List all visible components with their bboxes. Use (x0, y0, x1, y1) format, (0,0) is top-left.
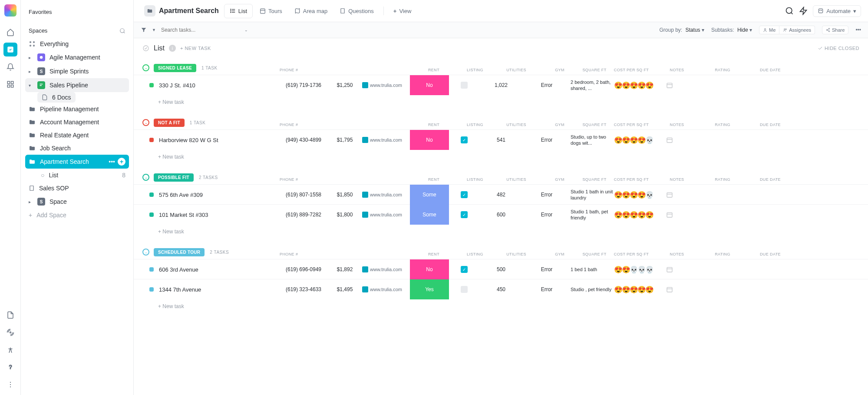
share-button[interactable]: Share (822, 26, 848, 34)
more-icon[interactable]: ••• (855, 27, 861, 33)
task-row[interactable]: 606 3rd Avenue (619) 696-0949 $1,892 www… (134, 259, 868, 279)
app-logo[interactable] (4, 4, 17, 17)
pulse-icon[interactable] (3, 325, 17, 339)
column-header[interactable]: DUE DATE (744, 177, 796, 182)
due-date-cell[interactable] (666, 266, 701, 273)
column-header[interactable]: RENT (410, 123, 458, 127)
column-header[interactable]: SQUARE FT (579, 252, 610, 256)
sidebar-space-space[interactable]: ▸ S Space (25, 195, 129, 209)
chevron-down-icon[interactable]: ⌄ (244, 28, 248, 32)
task-row[interactable]: Harborview 820 W G St (949) 430-4899 $1,… (134, 129, 868, 149)
task-name[interactable]: 101 Market St #303 (149, 212, 280, 218)
notes-cell[interactable]: Studio , pet friendly (571, 286, 614, 292)
notes-cell[interactable]: Studio 1 bath in unit laundry (571, 189, 614, 201)
cost-cell[interactable]: Error (523, 286, 571, 292)
rent-cell[interactable]: $1,800 (327, 212, 362, 218)
search-input[interactable] (161, 27, 226, 33)
column-header[interactable]: SQUARE FT (579, 123, 610, 127)
rating-cell[interactable]: 😍😍😍😍😍 (614, 211, 666, 219)
sidebar-space-sprints[interactable]: ▸ S Simple Sprints (25, 64, 129, 78)
column-header[interactable]: PHONE # (280, 68, 410, 72)
sidebar-everything[interactable]: Everything (25, 37, 129, 50)
utilities-cell[interactable]: Some (410, 205, 449, 225)
add-view[interactable]: +View (388, 4, 417, 18)
status-chip[interactable]: SIGNED LEASE (154, 64, 196, 72)
sidebar-space-sales[interactable]: ▾ Sales Pipeline (25, 78, 129, 92)
column-header[interactable]: RATING (701, 252, 744, 256)
listing-cell[interactable]: www.trulia.com (362, 286, 410, 292)
column-header[interactable]: UTILITIES (492, 252, 540, 256)
phone-cell[interactable]: (619) 889-7282 (280, 212, 327, 218)
task-name[interactable]: 606 3rd Avenue (149, 266, 280, 273)
column-header[interactable]: RATING (701, 177, 744, 182)
checkbox-unchecked[interactable] (461, 286, 468, 293)
column-header[interactable]: RATING (701, 68, 744, 72)
rent-cell[interactable]: $1,250 (327, 82, 362, 88)
cost-cell[interactable]: Error (523, 266, 571, 272)
status-chip[interactable]: SCHEDULED TOUR (154, 248, 205, 256)
utilities-cell[interactable]: No (410, 130, 449, 150)
rating-cell[interactable]: 😍😍😍😍😍 (614, 81, 666, 90)
sidebar-folder[interactable]: Account Management (25, 116, 129, 129)
due-date-cell[interactable] (666, 286, 701, 293)
column-header[interactable]: GYM (540, 252, 579, 256)
notes-cell[interactable]: Studio, up to two dogs wit... (571, 134, 614, 146)
checkbox-checked[interactable]: ✓ (461, 266, 468, 273)
me-button[interactable]: Me (759, 26, 779, 34)
more-icon[interactable]: ••• (109, 158, 115, 165)
notifications-icon[interactable] (3, 60, 17, 74)
checkbox-unchecked[interactable] (461, 82, 468, 89)
sidebar-sales-sop[interactable]: Sales SOP (25, 182, 129, 195)
tab-tours[interactable]: Tours (254, 4, 287, 18)
notes-cell[interactable]: Studio 1 bath, pet friendly (571, 209, 614, 221)
due-date-cell[interactable] (666, 136, 701, 143)
notes-cell[interactable]: 2 bedroom, 2 bath, shared, ... (571, 79, 614, 92)
hide-closed-button[interactable]: HIDE CLOSED (818, 46, 859, 51)
column-header[interactable]: RATING (701, 123, 744, 127)
column-header[interactable]: NOTES (653, 252, 701, 256)
due-date-cell[interactable] (666, 211, 701, 218)
rating-cell[interactable]: 😍😍😍😍💀 (614, 136, 666, 144)
task-row[interactable]: 330 J St. #410 (619) 719-1736 $1,250 www… (134, 75, 868, 95)
utilities-cell[interactable]: Yes (410, 279, 449, 299)
tab-list[interactable]: List (224, 4, 253, 18)
due-date-cell[interactable] (666, 82, 701, 89)
task-name[interactable]: 1344 7th Avenue (149, 286, 280, 293)
sidebar-folder[interactable]: Job Search (25, 142, 129, 155)
add-task-button[interactable]: + New task (134, 95, 868, 105)
collapse-group-icon[interactable]: ⌄ (142, 64, 149, 71)
bolt-icon[interactable] (799, 7, 808, 15)
task-name[interactable]: Harborview 820 W G St (149, 137, 280, 143)
column-header[interactable]: PHONE # (280, 177, 410, 182)
column-header[interactable]: LISTING (458, 177, 492, 182)
sidebar-docs[interactable]: 6 Docs (37, 92, 76, 103)
column-header[interactable]: LISTING (458, 252, 492, 256)
sidebar-add-space[interactable]: + Add Space (25, 209, 129, 222)
column-header[interactable]: COST PER SQ FT (610, 177, 653, 182)
search-icon[interactable] (119, 28, 125, 34)
phone-cell[interactable]: (619) 807-1558 (280, 192, 327, 198)
column-header[interactable]: GYM (540, 177, 579, 182)
task-row[interactable]: 1344 7th Avenue (619) 323-4633 $1,495 ww… (134, 279, 868, 299)
rent-cell[interactable]: $1,850 (327, 192, 362, 198)
rating-cell[interactable]: 😍😍😍😍💀 (614, 191, 666, 199)
listing-cell[interactable]: www.trulia.com (362, 137, 410, 143)
column-header[interactable]: LISTING (458, 68, 492, 72)
rating-cell[interactable]: 😍😍💀💀💀 (614, 266, 666, 274)
more-icon[interactable] (3, 378, 17, 392)
task-row[interactable]: 575 6th Ave #309 (619) 807-1558 $1,850 w… (134, 184, 868, 204)
sqft-cell[interactable]: 541 (479, 137, 523, 143)
automate-button[interactable]: Automate ▾ (813, 5, 861, 17)
column-header[interactable]: PHONE # (280, 123, 410, 127)
utilities-cell[interactable]: No (410, 75, 449, 95)
collapse-group-icon[interactable]: ⌄ (142, 249, 149, 256)
collapse-icon[interactable] (142, 45, 149, 52)
sqft-cell[interactable]: 450 (479, 286, 523, 292)
phone-cell[interactable]: (619) 323-4633 (280, 286, 327, 292)
collapse-group-icon[interactable]: ⌄ (142, 119, 149, 126)
favorites-heading[interactable]: Favorites (25, 6, 129, 18)
task-row[interactable]: 101 Market St #303 (619) 889-7282 $1,800… (134, 204, 868, 224)
goals-icon[interactable] (3, 343, 17, 357)
listing-cell[interactable]: www.trulia.com (362, 82, 410, 88)
checkbox-checked[interactable]: ✓ (461, 191, 468, 198)
